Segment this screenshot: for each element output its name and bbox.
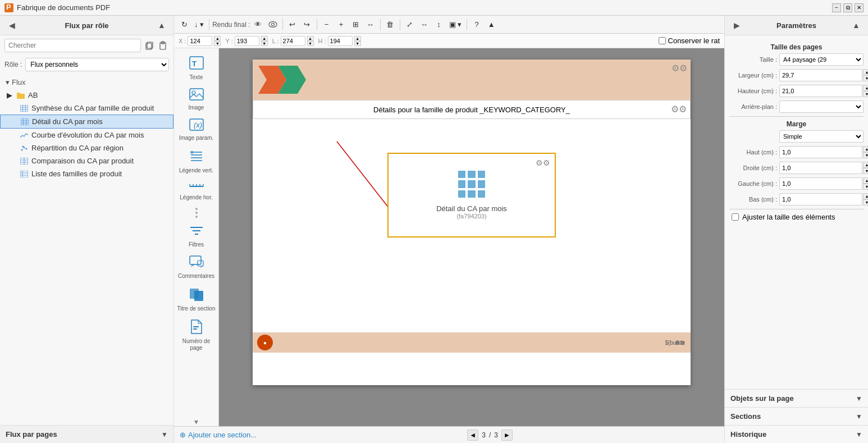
eye-button[interactable]: 👁 [252, 18, 265, 31]
hauteur-down[interactable]: ▼ [863, 91, 868, 97]
haut-down[interactable]: ▼ [863, 152, 868, 158]
sidebar-footer-collapse-icon[interactable]: ▼ [161, 431, 168, 439]
filtres-icon [189, 225, 204, 240]
hauteur-up[interactable]: ▲ [863, 85, 868, 91]
align-button[interactable]: ⊞ [349, 18, 363, 31]
tool-numero-page[interactable]: Numéro de page [176, 317, 217, 354]
tree-item-liste[interactable]: Liste des familles de produit [0, 167, 173, 180]
tool-legende-vert[interactable]: Légende vert. [176, 146, 217, 176]
historique-section[interactable]: Historique ▼ [725, 425, 868, 443]
hauteur-input[interactable] [779, 85, 862, 97]
copy-button[interactable] [143, 39, 156, 52]
tree-item-folder-ab[interactable]: ▶ AB [0, 89, 173, 102]
y-spinner: ▲ ▼ [261, 36, 268, 46]
largeur-down[interactable]: ▼ [863, 75, 868, 81]
y-down-button[interactable]: ▼ [261, 41, 268, 46]
delete-button[interactable]: 🗑 [383, 18, 397, 31]
help-button[interactable]: ? [470, 18, 483, 31]
x-down-button[interactable]: ▼ [214, 41, 221, 46]
haut-input[interactable] [779, 146, 862, 158]
next-page-button[interactable]: ► [501, 430, 513, 441]
tool-image-param[interactable]: (x) Image param. [176, 116, 217, 144]
bas-input[interactable] [779, 193, 862, 205]
tool-texte[interactable]: T Texte [176, 53, 217, 83]
gauche-down[interactable]: ▼ [863, 184, 868, 190]
tree-item-synthese[interactable]: Synthèse du CA par famille de produit [0, 102, 173, 115]
subtitle-settings-gear[interactable]: ⚙⚙ [671, 104, 687, 115]
h-input[interactable] [328, 36, 353, 46]
droite-input[interactable] [779, 162, 862, 174]
minimize-button[interactable]: − [832, 3, 841, 12]
tool-titre-section[interactable]: Titre de section [176, 284, 217, 314]
undo-button[interactable]: ↩ [286, 18, 299, 31]
tree-item-comparaison[interactable]: Comparaison du CA par produit [0, 154, 173, 167]
role-select[interactable]: Flux personnels Flux globaux [25, 58, 169, 71]
droite-down[interactable]: ▼ [863, 168, 868, 174]
objets-section[interactable]: Objets sur la page ▼ [725, 389, 868, 407]
canvas-area[interactable]: ⚙⚙ Détails pour la famille de produit _K… [219, 48, 724, 426]
x-up-button[interactable]: ▲ [214, 36, 221, 41]
y-up-button[interactable]: ▲ [261, 36, 268, 41]
banner-settings-gear[interactable]: ⚙⚙ [671, 63, 687, 74]
collapse-left-button[interactable]: ◀ [6, 19, 18, 31]
tool-legende-hor[interactable]: Légende hor. [176, 179, 217, 203]
tools-scroll-down[interactable]: ▾ [194, 417, 198, 426]
haut-up[interactable]: ▲ [863, 146, 868, 152]
width-button[interactable]: ↔ [418, 18, 431, 31]
tool-image[interactable]: Image [176, 85, 217, 113]
component-box[interactable]: ⚙⚙ Détail du CA par mois (fa794203) [387, 153, 556, 238]
conserve-label: Conserver le rat [668, 36, 720, 45]
expand-right-panel-button[interactable]: ▶ [730, 19, 743, 31]
height-button[interactable]: ↕ [432, 18, 446, 31]
h-up-button[interactable]: ▲ [354, 36, 361, 41]
group-dropdown-button[interactable]: ▣ ▾ [447, 18, 464, 31]
tool-commentaires[interactable]: Commentaires [176, 253, 217, 282]
droite-up[interactable]: ▲ [863, 162, 868, 168]
redo-button[interactable]: ↪ [300, 18, 314, 31]
search-input[interactable] [4, 39, 141, 52]
expand-button[interactable]: ▲ [156, 19, 168, 31]
h-down-button[interactable]: ▼ [354, 41, 361, 46]
sections-section[interactable]: Sections ▼ [725, 407, 868, 425]
left-sidebar: ◀ Flux par rôle ▲ Rôle : Flux personnels… [0, 16, 174, 443]
bas-up[interactable]: ▲ [863, 193, 868, 199]
up-button[interactable]: ▲ [485, 18, 498, 31]
close-button[interactable]: ✕ [855, 3, 864, 12]
collapse-right-panel-button[interactable]: ▲ [850, 19, 862, 31]
ajuster-row: Ajuster la taille des éléments [729, 213, 864, 221]
arriereplan-select[interactable] [779, 101, 864, 113]
ajuster-checkbox[interactable] [732, 213, 739, 221]
right-panel-header: ▶ Paramètres ▲ [725, 16, 868, 35]
gauche-up[interactable]: ▲ [863, 177, 868, 184]
svg-point-18 [21, 149, 23, 150]
add-section-link[interactable]: ⊕ Ajouter une section... [180, 431, 257, 439]
tree-item-courbe[interactable]: Courbe d'évolution du CA par mois [0, 129, 173, 141]
l-down-button[interactable]: ▼ [307, 41, 314, 46]
x-input[interactable] [188, 36, 212, 46]
fit-button[interactable]: ⤢ [403, 18, 417, 31]
largeur-up[interactable]: ▲ [863, 69, 868, 75]
download-dropdown-button[interactable]: ↓ ▾ [192, 18, 206, 31]
l-up-button[interactable]: ▲ [307, 36, 314, 41]
taille-select[interactable]: A4 paysage (29 [779, 53, 864, 66]
component-gear-icon[interactable]: ⚙⚙ [536, 158, 550, 167]
restore-button[interactable]: ⧉ [843, 3, 852, 12]
zoom-out-button[interactable]: − [320, 18, 334, 31]
prev-page-button[interactable]: ◄ [467, 430, 478, 441]
y-input[interactable] [235, 36, 259, 46]
space-button[interactable]: ↔ [364, 18, 377, 31]
zoom-in-button[interactable]: + [335, 18, 348, 31]
tree-item-repartition[interactable]: Répartition du CA par région [0, 141, 173, 154]
titre-section-icon [189, 286, 204, 304]
refresh-button[interactable]: ↻ [177, 18, 191, 31]
eye-outline-button[interactable] [266, 18, 280, 31]
marge-type-select[interactable]: Simple [779, 130, 864, 143]
l-input[interactable] [281, 36, 305, 46]
tree-item-detail-ca[interactable]: Détail du CA par mois [0, 115, 173, 129]
conserve-checkbox[interactable] [659, 37, 666, 44]
paste-button[interactable] [157, 39, 169, 52]
gauche-input[interactable] [779, 177, 862, 190]
largeur-input[interactable] [779, 69, 862, 81]
bas-down[interactable]: ▼ [863, 199, 868, 205]
tool-filtres[interactable]: Filtres [176, 222, 217, 250]
